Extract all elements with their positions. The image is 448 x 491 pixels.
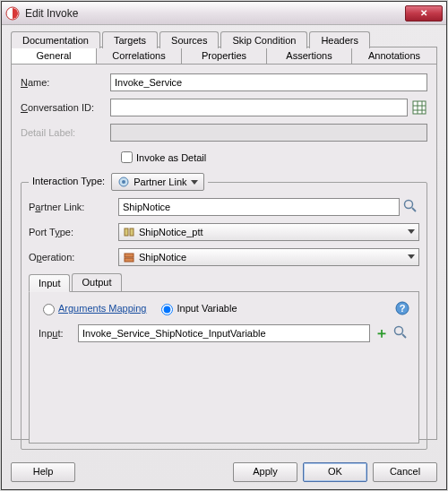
conversation-id-browse-button[interactable]: [411, 99, 427, 116]
tab-documentation[interactable]: Documentation: [11, 31, 100, 48]
arguments-mapping-radio[interactable]: Arguments Mapping: [39, 301, 146, 315]
operation-icon: [123, 251, 135, 263]
tab-general[interactable]: General: [12, 47, 97, 64]
interaction-type-group: Interaction Type: Partner Link Partner L…: [21, 173, 427, 450]
close-icon: ✕: [420, 8, 427, 18]
arguments-mapping-label: Arguments Mapping: [58, 303, 146, 314]
svg-rect-1: [413, 101, 426, 114]
port-type-label: Port Type:: [29, 227, 118, 237]
invoke-as-detail-label: Invoke as Detail: [136, 152, 206, 163]
name-label: Name:: [21, 77, 110, 88]
tab-output[interactable]: Output: [72, 273, 121, 291]
partner-link-label: Partner Link:: [29, 202, 118, 212]
help-icon[interactable]: ?: [395, 301, 409, 315]
interaction-type-legend: Interaction Type:: [32, 176, 105, 186]
svg-point-16: [395, 327, 403, 335]
partner-link-icon: [117, 176, 130, 188]
tab-annotations[interactable]: Annotations: [352, 47, 436, 64]
cancel-button[interactable]: Cancel: [373, 462, 437, 482]
conversation-id-label: Conversation ID:: [21, 102, 110, 113]
partner-link-browse-button[interactable]: [403, 199, 419, 215]
general-pane: Name: Conversation ID: Detail Label: Inv…: [11, 64, 437, 440]
svg-line-17: [402, 334, 406, 338]
tab-assertions[interactable]: Assertions: [267, 47, 352, 64]
tab-targets[interactable]: Targets: [102, 31, 158, 48]
svg-text:?: ?: [400, 303, 406, 314]
help-button[interactable]: Help: [11, 462, 75, 482]
port-type-select[interactable]: ShipNotice_ptt: [118, 223, 419, 241]
input-pane: Arguments Mapping Input Variable ? Input…: [29, 291, 419, 444]
input-var-input[interactable]: [78, 324, 370, 342]
operation-label: Operation:: [29, 252, 118, 263]
name-input[interactable]: [110, 73, 427, 91]
window-title: Edit Invoke: [25, 7, 405, 20]
tab-correlations[interactable]: Correlations: [97, 47, 182, 64]
svg-point-7: [122, 180, 125, 184]
apply-button[interactable]: Apply: [233, 462, 297, 482]
operation-select[interactable]: ShipNotice: [118, 248, 419, 266]
tab-sources[interactable]: Sources: [159, 31, 219, 48]
tabs-secondary: Documentation Targets Sources Skip Condi…: [11, 30, 437, 47]
chevron-down-icon: [191, 180, 198, 185]
svg-rect-12: [125, 254, 134, 257]
app-icon: [5, 6, 20, 21]
input-variable-label: Input Variable: [177, 303, 237, 314]
svg-rect-13: [125, 258, 134, 262]
ok-button[interactable]: OK: [303, 462, 367, 482]
svg-rect-11: [130, 228, 134, 236]
add-variable-button[interactable]: ＋: [374, 325, 390, 341]
edit-invoke-dialog: Edit Invoke ✕ Documentation Targets Sour…: [1, 1, 447, 490]
close-button[interactable]: ✕: [405, 5, 443, 22]
tab-properties[interactable]: Properties: [182, 47, 267, 64]
detail-label-input: [110, 124, 427, 142]
detail-label-label: Detail Label:: [21, 127, 110, 138]
svg-line-9: [412, 208, 416, 211]
conversation-id-input[interactable]: [110, 99, 408, 116]
tab-input[interactable]: Input: [29, 274, 70, 292]
tab-headers[interactable]: Headers: [309, 31, 370, 48]
tabs-primary: General Correlations Properties Assertio…: [11, 47, 437, 64]
tab-skip-condition[interactable]: Skip Condition: [220, 31, 307, 48]
input-var-label: Input:: [39, 328, 78, 339]
svg-point-8: [405, 201, 413, 209]
partner-link-input[interactable]: [118, 198, 400, 216]
port-type-icon: [123, 226, 135, 238]
invoke-as-detail-checkbox[interactable]: [121, 151, 133, 163]
interaction-type-button[interactable]: Partner Link: [111, 173, 203, 191]
chevron-down-icon: [408, 229, 415, 234]
browse-variable-button[interactable]: [393, 325, 409, 341]
plus-icon: ＋: [375, 324, 389, 343]
button-bar: Help Apply OK Cancel: [11, 462, 437, 482]
titlebar: Edit Invoke ✕: [2, 2, 446, 25]
input-variable-radio[interactable]: Input Variable: [157, 301, 237, 315]
svg-rect-10: [125, 228, 128, 236]
chevron-down-icon: [408, 254, 415, 259]
